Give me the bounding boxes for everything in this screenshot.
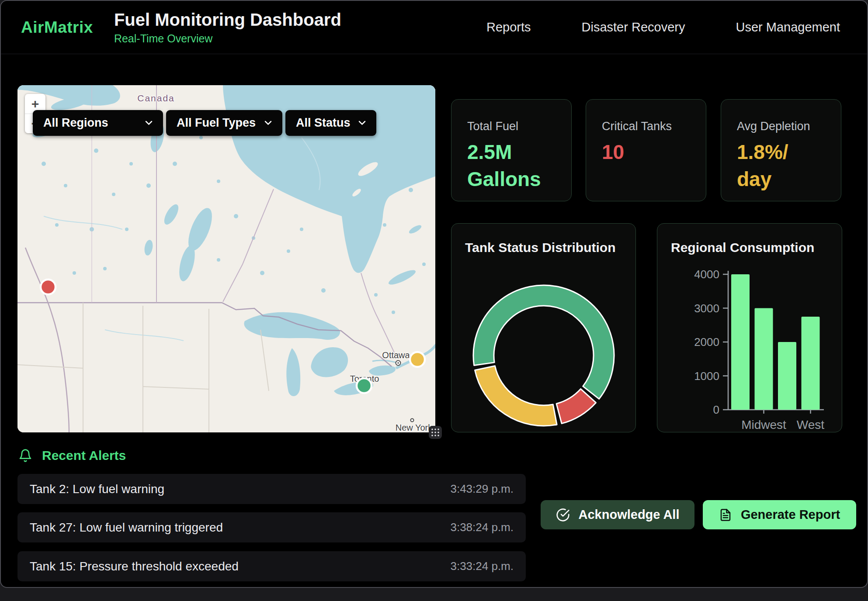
regional-consumption-chart-card: Regional Consumption 01000200030004000Mi… (657, 223, 842, 432)
check-circle-icon (556, 508, 570, 522)
chevron-down-icon (145, 121, 153, 125)
stat-card-total-fuel: Total Fuel 2.5MGallons (451, 99, 572, 201)
stat-value: 10 (602, 138, 690, 166)
stat-card-critical-tanks: Critical Tanks 10 (586, 99, 706, 201)
region-filter-select[interactable]: All Regions (33, 110, 163, 136)
nav-user-management[interactable]: User Management (736, 20, 840, 35)
nav-disaster-recovery[interactable]: Disaster Recovery (582, 20, 685, 35)
svg-text:3000: 3000 (694, 302, 719, 315)
chevron-down-icon (358, 121, 366, 125)
tank-marker-warning[interactable] (410, 352, 425, 367)
map-panel[interactable]: Canada Ottawa Toronto New York + − All R… (17, 85, 435, 432)
generate-report-label: Generate Report (741, 508, 840, 522)
status-filter-value: All Status (296, 116, 351, 130)
page-title-block: Fuel Monitoring Dashboard Real-Time Over… (114, 10, 341, 45)
stat-card-avg-depletion: Avg Depletion 1.8%/day (721, 99, 841, 201)
page-subtitle: Real-Time Overview (114, 32, 341, 45)
svg-text:West: West (797, 418, 824, 432)
recent-alerts-header: Recent Alerts (18, 448, 126, 463)
stat-label: Avg Depletion (737, 120, 841, 133)
page-title: Fuel Monitoring Dashboard (114, 10, 341, 30)
acknowledge-all-label: Acknowledge All (579, 508, 680, 522)
svg-text:2000: 2000 (694, 335, 719, 349)
svg-text:4000: 4000 (694, 268, 719, 281)
stat-value: 1.8%/day (737, 138, 825, 193)
alert-message: Tank 27: Low fuel warning triggered (30, 521, 223, 535)
alert-row[interactable]: Tank 27: Low fuel warning triggered 3:38… (17, 512, 526, 542)
alert-timestamp: 3:33:24 p.m. (450, 560, 514, 573)
nav-reports[interactable]: Reports (486, 20, 531, 35)
fuel-type-filter-value: All Fuel Types (177, 116, 256, 130)
status-filter-select[interactable]: All Status (285, 110, 376, 136)
svg-text:Midwest: Midwest (741, 418, 786, 432)
stat-label: Total Fuel (467, 120, 571, 133)
map-resize-handle[interactable] (429, 426, 442, 439)
alert-timestamp: 3:43:29 p.m. (450, 482, 514, 496)
chevron-down-icon (264, 121, 272, 125)
generate-report-button[interactable]: Generate Report (703, 500, 856, 529)
fuel-type-filter-select[interactable]: All Fuel Types (166, 110, 282, 136)
dashboard-root: AirMatrix Fuel Monitoring Dashboard Real… (0, 0, 868, 588)
tank-marker-normal[interactable] (357, 378, 372, 393)
alert-row[interactable]: Tank 15: Pressure threshold exceeded 3:3… (17, 551, 526, 581)
alert-timestamp: 3:38:24 p.m. (450, 521, 514, 534)
tank-marker-critical[interactable] (41, 280, 56, 294)
svg-text:1000: 1000 (694, 370, 719, 383)
recent-alerts-title: Recent Alerts (42, 448, 126, 463)
map-filter-bar: All Regions All Fuel Types All Status (33, 110, 376, 136)
file-text-icon (719, 508, 732, 522)
tank-markers-layer (17, 85, 435, 432)
alert-row[interactable]: Tank 2: Low fuel warning 3:43:29 p.m. (17, 474, 526, 504)
main-nav: Reports Disaster Recovery User Managemen… (486, 20, 840, 35)
drag-dots-icon (431, 428, 440, 437)
alert-message: Tank 15: Pressure threshold exceeded (30, 560, 239, 573)
bell-icon (18, 449, 32, 463)
tank-status-chart-card: Tank Status Distribution (451, 223, 636, 432)
brand-logo[interactable]: AirMatrix (21, 18, 93, 37)
alert-message: Tank 2: Low fuel warning (30, 482, 164, 496)
stat-label: Critical Tanks (602, 120, 706, 133)
stat-value: 2.5MGallons (467, 138, 556, 193)
acknowledge-all-button[interactable]: Acknowledge All (541, 500, 694, 529)
tank-status-donut-chart (451, 224, 636, 433)
svg-text:0: 0 (713, 403, 719, 416)
region-filter-value: All Regions (43, 116, 108, 130)
header: AirMatrix Fuel Monitoring Dashboard Real… (1, 1, 867, 54)
regional-consumption-bar-chart: 01000200030004000MidwestWest (657, 224, 843, 433)
